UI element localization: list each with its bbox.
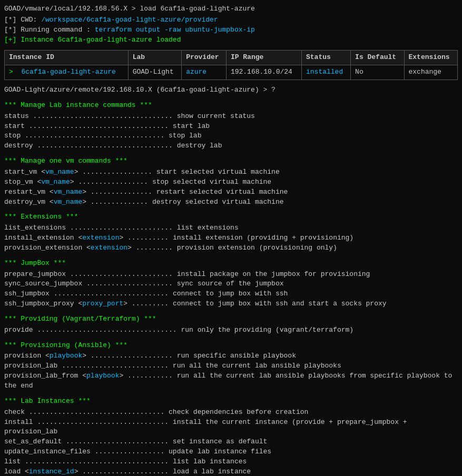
cmd-stop: stop .................................. …	[4, 131, 458, 141]
running-line: [*] Running command : terraform output -…	[4, 25, 458, 35]
cmd-stop-vm: stop_vm <vm_name> ................. stop…	[4, 177, 458, 187]
section-manage-vm: *** Manage one vm commands ***	[4, 156, 458, 166]
col-instance-id: Instance ID	[5, 51, 129, 65]
prompt-line: GOAD-Light/azure/remote/192.168.10.X (6c…	[4, 85, 458, 95]
cmd-start-vm: start_vm <vm_name> ................. sta…	[4, 167, 458, 177]
col-lab: Lab	[128, 51, 181, 65]
cmd-status: status .................................…	[4, 112, 458, 122]
cmd-restart-vm: restart_vm <vm_name> ............... res…	[4, 187, 458, 197]
cwd-line: [*] CWD: /workspace/6caf1a-goad-light-az…	[4, 15, 458, 25]
cmd-load: load <instance_id> .....................…	[4, 467, 458, 476]
cmd-set-as-default: set_as_default .........................…	[4, 437, 458, 447]
cmd-start: start ..................................…	[4, 122, 458, 132]
cell-extensions: exchange	[404, 65, 457, 80]
cmd-destroy: destroy ................................…	[4, 141, 458, 151]
cwd-prefix: [*] CWD:	[4, 16, 41, 24]
cwd-path: /workspace/6caf1a-goad-light-azure/provi…	[41, 16, 218, 24]
instance-table: Instance ID Lab Provider IP Range Status…	[4, 50, 458, 80]
cmd-provision-lab: provision_lab ..........................…	[4, 361, 458, 371]
table-row: > 6caf1a-goad-light-azure GOAD-Light azu…	[5, 65, 458, 80]
cmd-provision: provision <playbook> ...................…	[4, 351, 458, 361]
section-lab-instances: *** Lab Instances ***	[4, 396, 458, 406]
col-provider: Provider	[182, 51, 227, 65]
cmd-update-instance-files: update_instance_files ................. …	[4, 447, 458, 457]
section-manage-lab: *** Manage Lab instance commands ***	[4, 101, 458, 111]
cmd-prepare-jumpbox: prepare_jumpbox ........................…	[4, 270, 458, 280]
cell-lab: GOAD-Light	[128, 65, 181, 80]
cmd-list: list ...................................…	[4, 457, 458, 467]
running-prefix: [*] Running command :	[4, 26, 95, 34]
arrow-indicator: >	[9, 68, 13, 76]
cmd-provision-extension: provision_extension <extension> ........…	[4, 243, 458, 253]
cmd-sync-source-jumpbox: sync_source_jumpbox ....................…	[4, 279, 458, 289]
cmd-destroy-vm: destroy_vm <vm_name> .............. dest…	[4, 197, 458, 207]
section-jumpbox: *** JumpBox ***	[4, 259, 458, 269]
cmd-check: check ................................. …	[4, 408, 458, 418]
cell-arrow-instance: > 6caf1a-goad-light-azure	[5, 65, 129, 80]
header-line: GOAD/vmware/local/192.168.56.X > load 6c…	[4, 4, 458, 14]
section-extensions: *** Extensions ***	[4, 212, 458, 222]
cmd-provision-lab-from: provision_lab_from <playbook> ..........…	[4, 371, 458, 391]
cmd-provide: provide ................................…	[4, 325, 458, 335]
section-provisioning: *** Provisioning (Ansible) ***	[4, 341, 458, 351]
cmd-ssh-jumpbox-proxy: ssh_jumpbox_proxy <proxy_port> .........…	[4, 299, 458, 309]
cmd-install-extension: install_extension <extension> ..........…	[4, 233, 458, 243]
section-providing: *** Providing (Vagrant/Terraform) ***	[4, 314, 458, 324]
cmd-install: install ................................…	[4, 418, 458, 438]
loaded-line: [+] Instance 6caf1a-goad-light-azure loa…	[4, 35, 458, 45]
cell-ip-range: 192.168.10.0/24	[226, 65, 301, 80]
cell-status: installed	[301, 65, 350, 80]
col-status: Status	[301, 51, 350, 65]
col-ip-range: IP Range	[226, 51, 301, 65]
cell-provider: azure	[182, 65, 227, 80]
cmd-list-extensions: list_extensions ........................…	[4, 223, 458, 233]
running-cmd: terraform output -raw ubuntu-jumpbox-ip	[95, 26, 255, 34]
cell-instance-id: 6caf1a-goad-light-azure	[21, 68, 115, 76]
cmd-ssh-jumpbox: ssh_jumpbox ............................…	[4, 289, 458, 299]
col-extensions: Extensions	[404, 51, 457, 65]
col-is-default: Is Default	[351, 51, 404, 65]
cell-is-default: No	[351, 65, 404, 80]
